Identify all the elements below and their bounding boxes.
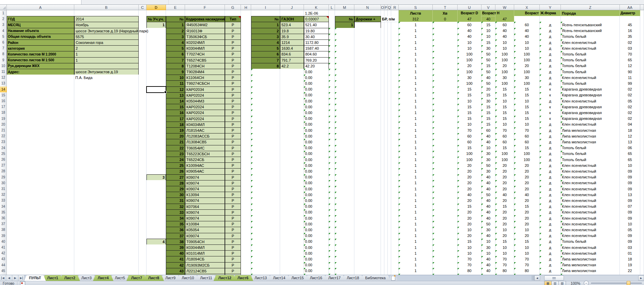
cell-C14[interactable] [139, 86, 147, 93]
cell-Q21[interactable] [388, 127, 391, 133]
row-header-26[interactable]: 26 [0, 157, 7, 163]
cell-M33[interactable] [335, 197, 354, 204]
cell-D30[interactable] [147, 180, 166, 186]
cell-G39[interactable]: Р [225, 233, 241, 239]
col-header-I[interactable]: I [251, 5, 280, 10]
col-header-V[interactable]: V [481, 5, 495, 10]
cell-Z33[interactable]: Клен ясенелистный [561, 197, 620, 204]
cell-W4[interactable]: 40 [495, 28, 514, 34]
cell-L19[interactable] [329, 116, 335, 122]
cell-M28[interactable] [335, 168, 354, 174]
cell-K12[interactable]: 0.00 [304, 75, 329, 81]
cell-Q19[interactable] [388, 116, 391, 122]
cell-N36[interactable] [354, 215, 381, 221]
cell-R25[interactable] [391, 151, 399, 157]
cell-D34[interactable] [147, 204, 166, 210]
cell-E41[interactable]: 39 [166, 244, 185, 251]
cell-AA28[interactable]: 09 [620, 168, 640, 174]
cell-R21[interactable] [391, 127, 399, 133]
cell-B40[interactable] [74, 239, 139, 245]
cell-D6[interactable] [147, 39, 166, 46]
cell-O45[interactable] [381, 268, 384, 274]
cell-P3[interactable] [384, 22, 388, 28]
cell-N6[interactable] [354, 39, 381, 46]
cell-U2[interactable]: 47 [458, 16, 481, 22]
cell-N9[interactable] [354, 57, 381, 63]
cell-F24[interactable]: Т06054ИС [185, 145, 225, 151]
cell-Z23[interactable]: Липа мелколистная [561, 139, 620, 145]
cell-M6[interactable] [335, 39, 354, 46]
cell-V24[interactable]: 10 [481, 145, 495, 151]
cell-A17[interactable] [7, 104, 74, 110]
cell-Z3[interactable]: Ясень пенсильванский [561, 22, 620, 28]
cell-T37[interactable] [433, 221, 458, 227]
cell-C30[interactable] [139, 180, 147, 186]
cell-P33[interactable] [384, 197, 388, 204]
cell-V20[interactable]: 15 [481, 122, 495, 128]
row-header-37[interactable]: 37 [0, 221, 7, 227]
cell-F25[interactable]: Т65223СБСН [185, 151, 225, 157]
cell-I15[interactable] [251, 92, 280, 98]
cell-D40[interactable]: 4 [147, 239, 166, 245]
cell-D21[interactable] [147, 127, 166, 133]
cell-G23[interactable]: Р [225, 139, 241, 145]
cell-overflow-38[interactable] [640, 227, 644, 233]
scrollbar-thumb[interactable] [544, 275, 564, 281]
cell-B29[interactable] [74, 174, 139, 180]
cell-U38[interactable]: 10 [458, 227, 481, 233]
cell-P22[interactable] [384, 133, 388, 139]
cell-J33[interactable] [280, 197, 304, 204]
cell-AA10[interactable]: 12 [620, 63, 640, 69]
cell-Z8[interactable]: Тополь белый [561, 51, 620, 57]
col-header-Z[interactable]: Z [561, 5, 620, 10]
cell-W44[interactable]: 70 [495, 262, 514, 268]
cell-Q45[interactable] [388, 268, 391, 274]
cell-M23[interactable] [335, 139, 354, 145]
cell-O35[interactable] [381, 209, 384, 216]
cell-E35[interactable]: 33 [166, 209, 185, 216]
cell-C44[interactable] [139, 262, 147, 268]
cell-X25[interactable]: 100 [514, 151, 540, 157]
cell-K41[interactable]: 0.00 [304, 244, 329, 251]
cell-A31[interactable] [7, 186, 74, 192]
cell-D38[interactable] [147, 227, 166, 233]
cell-F26[interactable]: Т65224СБ [185, 157, 225, 163]
cell-A45[interactable] [7, 268, 74, 274]
cell-P27[interactable] [384, 162, 388, 169]
cell-O33[interactable] [381, 197, 384, 204]
cell-O42[interactable] [381, 250, 384, 256]
cell-G21[interactable]: Р [225, 127, 241, 133]
cell-overflow-42[interactable] [640, 250, 644, 256]
cell-K29[interactable]: 0.00 [304, 174, 329, 180]
cell-overflow-39[interactable] [640, 233, 644, 239]
cell-V1[interactable]: Возраст Н [481, 10, 495, 16]
cell-overflow-12[interactable] [640, 75, 644, 81]
cell-W16[interactable]: 10 [495, 98, 514, 104]
cell-A16[interactable] [7, 98, 74, 104]
cell-Z35[interactable]: Клен ясенелистный [561, 209, 620, 216]
cell-M41[interactable] [335, 244, 354, 251]
cell-I26[interactable] [251, 157, 280, 163]
cell-X20[interactable]: 10 [514, 122, 540, 128]
cell-I1[interactable] [251, 10, 280, 16]
cell-R43[interactable] [391, 256, 399, 262]
cell-C2[interactable] [139, 16, 147, 22]
cell-Y32[interactable]: д [540, 192, 561, 198]
cell-overflow-45[interactable] [640, 268, 644, 274]
cell-G3[interactable]: Р [225, 22, 241, 28]
cell-H3[interactable] [241, 22, 251, 28]
cell-A38[interactable] [7, 227, 74, 233]
cell-T3[interactable] [433, 22, 458, 28]
cell-O24[interactable] [381, 145, 384, 151]
cell-M24[interactable] [335, 145, 354, 151]
cell-T44[interactable] [433, 262, 458, 268]
cell-A10[interactable]: Рук.дирекции ЖКХ [7, 63, 74, 69]
row-header-30[interactable]: 30 [0, 180, 7, 186]
cell-J40[interactable] [280, 239, 304, 245]
cell-B21[interactable] [74, 127, 139, 133]
cell-K13[interactable]: 0.00 [304, 80, 329, 86]
cell-U25[interactable]: 100 [458, 151, 481, 157]
cell-AA22[interactable]: 12 [620, 133, 640, 139]
cell-E6[interactable]: 4 [166, 39, 185, 46]
cell-X6[interactable]: 10 [514, 39, 540, 46]
